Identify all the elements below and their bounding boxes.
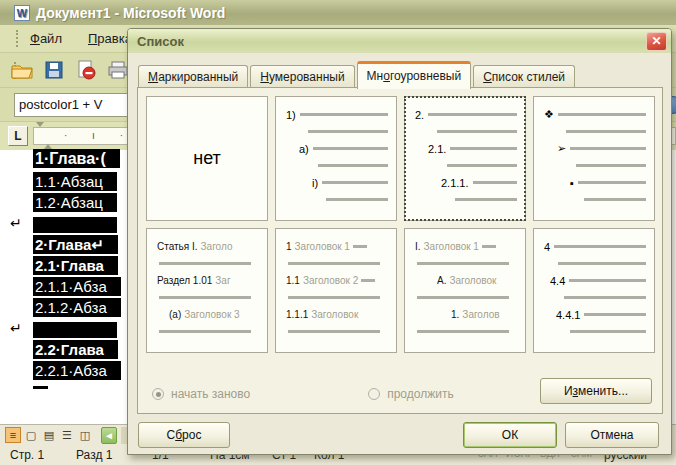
dialog-tabs: Маркированный Нумерованный Многоуровневы…	[138, 60, 577, 88]
status-page: Стр. 1	[10, 448, 44, 462]
tab-alignment-selector[interactable]: L	[8, 126, 28, 146]
word-doc-icon[interactable]: W	[14, 5, 30, 21]
square-bullet-icon: ▪	[570, 177, 574, 189]
radio-restart-numbering[interactable]: начать заново	[152, 387, 250, 401]
permission-icon[interactable]	[74, 58, 98, 82]
list-preview-grid: нет 1) a) i) 2. 2.1. 2.1.1.	[146, 96, 655, 353]
arrow-bullet-icon: ➢	[557, 142, 566, 155]
toolbar-grip-icon[interactable]	[16, 30, 18, 47]
preview-tile-outline-decimal[interactable]: 2. 2.1. 2.1.1.	[404, 96, 526, 221]
dialog-title: Список	[137, 34, 646, 49]
preview-tile-heading-article[interactable]: Статья I.Заголо Раздел 1.01Заг (а)Заголо…	[146, 228, 268, 353]
tab-panel-multilevel: нет 1) a) i) 2. 2.1. 2.1.1.	[137, 87, 663, 414]
change-button[interactable]: Изменить...	[540, 378, 652, 404]
preview-tile-none[interactable]: нет	[146, 96, 268, 221]
tab-numbered[interactable]: Нумерованный	[250, 65, 354, 88]
word-window: W Документ1 - Microsoft Word Файл Правка…	[0, 0, 676, 465]
close-icon[interactable]: ✕	[646, 32, 667, 51]
style-combobox[interactable]: postcolor1 + V	[14, 93, 135, 117]
radio-circle-icon	[152, 388, 164, 400]
preview-tile-heading-plain[interactable]: 4 4.4 4.4.1	[533, 228, 655, 353]
paragraph-mark: ↵	[10, 320, 22, 336]
preview-tile-heading-roman[interactable]: I.Заголовок 1 А.Заголовок 1.Заголов	[404, 228, 526, 353]
preview-tile-outline-numbered[interactable]: 1) a) i)	[275, 96, 397, 221]
indent-marker-icon[interactable]	[36, 127, 45, 145]
paragraph-mark: ↵	[10, 215, 22, 231]
status-section: Разд 1	[76, 448, 112, 462]
radio-continue-numbering[interactable]: продолжить	[368, 387, 453, 401]
open-folder-icon[interactable]	[10, 58, 34, 82]
reading-view-button[interactable]: ◫	[77, 427, 93, 443]
menu-edit[interactable]: Правка	[88, 31, 132, 46]
tab-bulleted[interactable]: Маркированный	[138, 65, 248, 88]
tab-list-styles[interactable]: Список стилей	[473, 65, 575, 88]
cancel-button[interactable]: Отмена	[565, 422, 659, 448]
dialog-titlebar: Список ✕	[128, 29, 671, 53]
scroll-left-button[interactable]: ◄	[101, 427, 117, 444]
print-view-button[interactable]: ▤	[41, 427, 57, 443]
window-titlebar: W Документ1 - Microsoft Word	[0, 0, 676, 25]
diamond-bullet-icon: ❖	[544, 108, 554, 121]
ok-button[interactable]: ОК	[463, 422, 557, 448]
preview-tile-heading-decimal[interactable]: 1Заголовок 1 1.1Заголовок 2 1.1.1Заголов…	[275, 228, 397, 353]
list-dialog: Список ✕ Маркированный Нумерованный Мног…	[127, 28, 672, 455]
reset-button[interactable]: Сброс	[138, 422, 230, 448]
window-title: Документ1 - Microsoft Word	[36, 5, 225, 21]
list-restart-options: начать заново продолжить	[152, 387, 454, 401]
normal-view-button[interactable]: ≡	[5, 427, 21, 443]
selection-block	[33, 217, 117, 233]
tab-multilevel[interactable]: Многоуровневый	[357, 61, 472, 89]
web-view-button[interactable]: ▢	[23, 427, 39, 443]
outline-view-button[interactable]: ☰	[59, 427, 75, 443]
menu-file[interactable]: Файл	[30, 31, 62, 46]
preview-tile-outline-bullets[interactable]: ❖ ➢ ▪	[533, 96, 655, 221]
selection-block	[33, 322, 117, 338]
radio-circle-icon	[368, 388, 380, 400]
save-icon[interactable]	[42, 58, 66, 82]
end-of-document-marker	[33, 386, 48, 389]
